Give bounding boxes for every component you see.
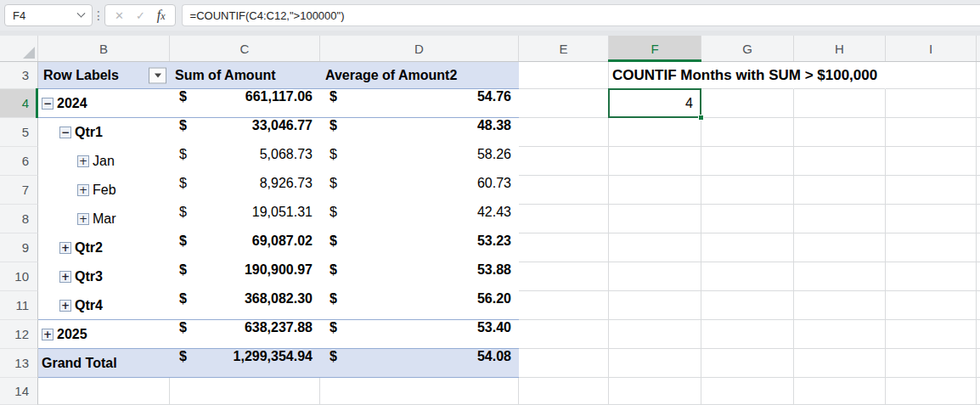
cell-E11[interactable] — [519, 291, 609, 320]
cell-D6[interactable]: $58.26 — [320, 147, 519, 176]
cell-B6[interactable]: +Jan — [38, 147, 170, 176]
cell-C3[interactable]: Sum of Amount — [170, 62, 320, 89]
cell-H4[interactable] — [794, 89, 886, 118]
row-labels-filter-button[interactable] — [149, 67, 166, 83]
cell-D9[interactable]: $53.23 — [320, 233, 519, 262]
cell-E5[interactable] — [519, 118, 609, 147]
cell-B12[interactable]: +2025 — [38, 320, 170, 349]
cell-I7[interactable] — [886, 176, 977, 205]
cell-G4[interactable] — [701, 89, 794, 118]
cell-E7[interactable] — [519, 176, 609, 205]
row-header-5[interactable]: 5 — [0, 118, 38, 147]
cell-F9[interactable] — [609, 233, 701, 262]
formula-input[interactable]: =COUNTIF(C4:C12,">100000") — [182, 4, 980, 26]
cell-B3[interactable]: Row Labels — [38, 62, 170, 89]
cell-B8[interactable]: +Mar — [38, 205, 170, 233]
cell-I12[interactable] — [886, 320, 977, 349]
cell-B14[interactable] — [38, 378, 170, 405]
cell-C8[interactable]: $19,051.31 — [170, 205, 320, 233]
cell-G14[interactable] — [701, 378, 794, 405]
cell-F7[interactable] — [609, 176, 701, 205]
cell-D5[interactable]: $48.38 — [320, 118, 519, 147]
expand-toggle-icon[interactable]: + — [42, 329, 54, 340]
cell-I3[interactable] — [886, 62, 977, 89]
cell-D12[interactable]: $53.40 — [320, 320, 519, 349]
cell-D13[interactable]: $54.08 — [320, 349, 519, 378]
cell-E12[interactable] — [519, 320, 609, 349]
cell-E10[interactable] — [519, 262, 609, 291]
row-header-12[interactable]: 12 — [0, 320, 38, 349]
cell-E4[interactable] — [519, 89, 609, 118]
cell-B11[interactable]: +Qtr4 — [38, 291, 170, 320]
cell-I14[interactable] — [886, 378, 977, 405]
name-box[interactable]: F4 — [4, 4, 93, 26]
cell-G9[interactable] — [701, 233, 794, 262]
insert-function-icon[interactable]: fx — [157, 8, 166, 22]
cell-D11[interactable]: $56.20 — [320, 291, 519, 320]
expand-toggle-icon[interactable]: + — [59, 300, 71, 312]
expand-toggle-icon[interactable]: + — [77, 184, 89, 196]
formula-bar-resize-handle[interactable]: ⋮ — [93, 8, 104, 22]
cell-G7[interactable] — [701, 176, 794, 205]
cell-C9[interactable]: $69,087.02 — [170, 233, 320, 262]
cell-D4[interactable]: $54.76 — [320, 89, 519, 118]
column-header-D[interactable]: D — [320, 36, 519, 61]
cell-I5[interactable] — [886, 118, 977, 147]
cell-C12[interactable]: $638,237.88 — [170, 320, 320, 349]
row-header-4[interactable]: 4 — [0, 89, 38, 118]
cell-B13[interactable]: Grand Total — [38, 349, 170, 378]
cell-C6[interactable]: $5,068.73 — [170, 147, 320, 176]
expand-toggle-icon[interactable]: + — [77, 213, 89, 225]
cell-F8[interactable] — [609, 205, 701, 233]
cell-C13[interactable]: $1,299,354.94 — [170, 349, 320, 378]
row-header-7[interactable]: 7 — [0, 176, 38, 205]
row-header-13[interactable]: 13 — [0, 349, 38, 378]
cell-H9[interactable] — [794, 233, 886, 262]
column-header-H[interactable]: H — [794, 36, 886, 61]
column-header-C[interactable]: C — [170, 36, 320, 61]
column-header-B[interactable]: B — [38, 36, 170, 61]
confirm-icon[interactable]: ✓ — [136, 10, 145, 21]
fill-handle[interactable] — [698, 115, 704, 121]
cell-G5[interactable] — [701, 118, 794, 147]
cell-H5[interactable] — [794, 118, 886, 147]
cell-C11[interactable]: $368,082.30 — [170, 291, 320, 320]
cell-E14[interactable] — [519, 378, 609, 405]
cell-I4[interactable] — [886, 89, 977, 118]
cell-E6[interactable] — [519, 147, 609, 176]
column-header-I[interactable]: I — [886, 36, 977, 61]
cell-I6[interactable] — [886, 147, 977, 176]
cell-G8[interactable] — [701, 205, 794, 233]
cell-D8[interactable]: $42.43 — [320, 205, 519, 233]
cell-C4[interactable]: $661,117.06 — [170, 89, 320, 118]
row-header-11[interactable]: 11 — [0, 291, 38, 320]
cell-D3[interactable]: Average of Amount2 — [320, 62, 519, 89]
cell-H14[interactable] — [794, 378, 886, 405]
cell-I13[interactable] — [886, 349, 977, 378]
row-header-3[interactable]: 3 — [0, 62, 38, 89]
cell-C5[interactable]: $33,046.77 — [170, 118, 320, 147]
expand-toggle-icon[interactable]: + — [59, 242, 71, 254]
cell-C10[interactable]: $190,900.97 — [170, 262, 320, 291]
cell-F13[interactable] — [609, 349, 701, 378]
column-header-G[interactable]: G — [701, 36, 794, 61]
collapse-toggle-icon[interactable]: − — [42, 98, 54, 110]
chevron-down-icon[interactable] — [77, 8, 86, 17]
cell-D14[interactable] — [320, 378, 519, 405]
cell-F10[interactable] — [609, 262, 701, 291]
cell-D7[interactable]: $60.73 — [320, 176, 519, 205]
cancel-icon[interactable]: ✕ — [115, 10, 124, 21]
cell-H8[interactable] — [794, 205, 886, 233]
cell-H6[interactable] — [794, 147, 886, 176]
cell-G10[interactable] — [701, 262, 794, 291]
row-header-14[interactable]: 14 — [0, 378, 38, 405]
cell-H7[interactable] — [794, 176, 886, 205]
cell-C14[interactable] — [170, 378, 320, 405]
select-all-button[interactable] — [0, 36, 38, 61]
expand-toggle-icon[interactable]: + — [59, 271, 71, 283]
cell-E13[interactable] — [519, 349, 609, 378]
column-header-E[interactable]: E — [519, 36, 609, 61]
cell-E3[interactable] — [519, 62, 609, 89]
cell-F5[interactable] — [609, 118, 701, 147]
cell-H11[interactable] — [794, 291, 886, 320]
